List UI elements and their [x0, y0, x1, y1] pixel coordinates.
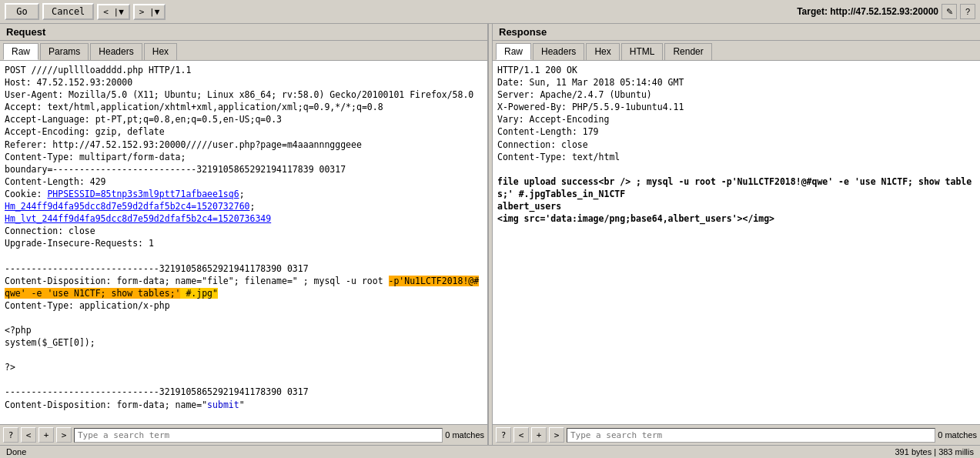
request-search-input[interactable]	[74, 428, 443, 443]
request-search-bar: ? < + > 0 matches	[0, 424, 487, 445]
request-content[interactable]: POST /////uplllloadddd.php HTTP/1.1 Host…	[0, 61, 487, 424]
request-panel-title: Request	[0, 24, 487, 41]
response-tab-hex[interactable]: Hex	[586, 43, 619, 60]
nav-fwd-button[interactable]: > |▼	[133, 4, 166, 20]
request-tab-raw[interactable]: Raw	[3, 43, 38, 60]
nav-back-button[interactable]: < |▼	[97, 4, 130, 20]
request-panel: Request Raw Params Headers Hex POST ////…	[0, 24, 488, 445]
request-search-prev-button[interactable]: <	[21, 427, 36, 443]
response-search-input[interactable]	[567, 428, 935, 443]
request-search-next-button[interactable]: >	[56, 427, 72, 443]
toolbar: Go Cancel < |▼ > |▼ Target: http://47.52…	[0, 0, 980, 24]
request-text: POST /////uplllloadddd.php HTTP/1.1 Host…	[5, 65, 479, 424]
status-bar: Done 391 bytes | 383 millis	[0, 445, 980, 458]
go-button[interactable]: Go	[5, 3, 39, 20]
main-area: Request Raw Params Headers Hex POST ////…	[0, 24, 980, 445]
target-label: Target: http://47.52.152.93:20000	[797, 6, 938, 17]
response-search-help-button[interactable]: ?	[496, 427, 511, 443]
response-search-prev-button[interactable]: <	[513, 427, 529, 443]
response-tab-html[interactable]: HTML	[621, 43, 664, 60]
response-tabs: Raw Headers Hex HTML Render	[493, 41, 980, 61]
response-search-next-button[interactable]: >	[549, 427, 564, 443]
status-left: Done	[6, 447, 26, 456]
toolbar-right: Target: http://47.52.152.93:20000 ✎ ?	[797, 4, 975, 19]
response-text: HTTP/1.1 200 OK Date: Sun, 11 Mar 2018 0…	[497, 65, 972, 224]
response-matches-label: 0 matches	[938, 430, 977, 440]
request-tab-params[interactable]: Params	[40, 43, 89, 60]
response-search-bar: ? < + > 0 matches	[493, 424, 980, 445]
response-tab-raw[interactable]: Raw	[496, 43, 531, 60]
response-search-add-button[interactable]: +	[531, 427, 547, 443]
status-right: 391 bytes | 383 millis	[895, 447, 974, 456]
request-search-help-button[interactable]: ?	[3, 427, 18, 443]
request-tab-hex[interactable]: Hex	[144, 43, 177, 60]
response-panel: Response Raw Headers Hex HTML Render HTT…	[493, 24, 980, 445]
help-button[interactable]: ?	[960, 4, 975, 19]
request-tabs: Raw Params Headers Hex	[0, 41, 487, 61]
response-tab-headers[interactable]: Headers	[533, 43, 584, 60]
response-panel-title: Response	[493, 24, 980, 41]
cancel-button[interactable]: Cancel	[42, 3, 94, 20]
request-matches-label: 0 matches	[445, 430, 484, 440]
response-content[interactable]: HTTP/1.1 200 OK Date: Sun, 11 Mar 2018 0…	[493, 61, 980, 424]
edit-target-button[interactable]: ✎	[942, 4, 957, 19]
request-tab-headers[interactable]: Headers	[90, 43, 142, 60]
request-search-add-button[interactable]: +	[38, 427, 54, 443]
response-tab-render[interactable]: Render	[664, 43, 711, 60]
